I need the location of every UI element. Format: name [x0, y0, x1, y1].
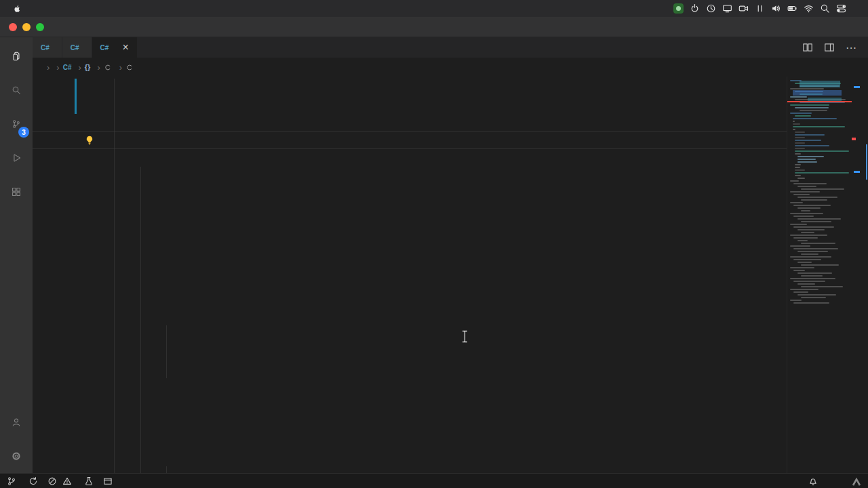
code-row[interactable]	[33, 325, 868, 343]
codelens-row[interactable]	[33, 202, 868, 220]
error-icon	[47, 476, 57, 486]
indent-guide	[114, 184, 115, 202]
vscode-titlebar[interactable]	[0, 17, 868, 37]
editor-gutter	[33, 361, 114, 378]
indent-guide	[114, 466, 115, 473]
wifi-icon[interactable]	[800, 0, 816, 17]
breadcrumb-separator-icon: ›	[47, 62, 50, 73]
green-app-icon[interactable]	[670, 0, 686, 17]
spotlight-icon[interactable]	[816, 0, 833, 17]
code-row[interactable]	[33, 255, 868, 272]
tab-list-cs[interactable]: C#×	[92, 37, 138, 58]
indent-guide	[114, 378, 115, 396]
code-line-content	[114, 220, 868, 237]
indent-guide	[140, 449, 141, 466]
display-icon[interactable]	[719, 0, 735, 17]
code-row[interactable]	[33, 308, 868, 325]
menubar-status-area	[670, 0, 861, 17]
minimize-window-button[interactable]	[22, 23, 31, 31]
status-left	[7, 476, 115, 486]
code-editor[interactable]	[33, 77, 868, 473]
breadcrumb-separator-icon: ›	[97, 62, 100, 73]
indent-guide	[166, 361, 167, 378]
branch-indicator[interactable]	[7, 476, 19, 486]
activity-bar-item-settings[interactable]	[0, 439, 33, 473]
more-actions-icon[interactable]: ⋯	[846, 41, 857, 54]
codelens-row[interactable]	[33, 237, 868, 255]
breadcrumb-item[interactable]: C#	[63, 64, 75, 71]
breadcrumb-separator-icon: ›	[56, 62, 59, 73]
solution-indicator[interactable]	[103, 476, 115, 486]
minimap-line	[787, 302, 852, 304]
editor-layout-icon[interactable]	[824, 42, 835, 53]
code-row[interactable]	[33, 131, 868, 149]
power-icon[interactable]	[686, 0, 703, 17]
indent-guide	[140, 413, 141, 431]
code-row[interactable]	[33, 449, 868, 466]
modified-gutter-indicator	[75, 79, 77, 96]
code-row[interactable]	[33, 184, 868, 202]
code-row[interactable]	[33, 220, 868, 237]
codelens-row[interactable]	[33, 272, 868, 290]
run-debug-icon	[12, 153, 21, 163]
activity-bar-item-source-control[interactable]: 3	[0, 107, 33, 141]
notifications-bell[interactable]	[808, 476, 818, 486]
problems-indicator[interactable]	[47, 476, 75, 486]
code-line-content	[114, 131, 868, 149]
warning-icon	[62, 476, 72, 486]
activity-bar-item-explorer[interactable]	[0, 39, 33, 73]
video-icon[interactable]	[735, 0, 751, 17]
close-window-button[interactable]	[9, 23, 17, 31]
activity-bar-item-accounts[interactable]	[0, 405, 33, 439]
breadcrumb-item[interactable]	[125, 63, 138, 72]
activity-bar-item-extensions[interactable]	[0, 175, 33, 209]
code-row[interactable]	[33, 378, 868, 396]
sync-button[interactable]	[28, 476, 38, 486]
beaker-icon	[84, 476, 94, 486]
code-row[interactable]	[33, 149, 868, 167]
tab-pagingparams-cs[interactable]: C#	[62, 37, 92, 58]
volume-icon[interactable]	[768, 0, 784, 17]
codelens-row[interactable]	[33, 114, 868, 131]
code-row[interactable]	[33, 431, 868, 449]
code-row[interactable]	[33, 466, 868, 473]
pause-icon[interactable]	[751, 0, 768, 17]
code-row[interactable]	[33, 290, 868, 308]
indent-guide	[140, 396, 141, 413]
editor-gutter	[33, 325, 114, 343]
overview-cursor-mark	[866, 144, 867, 180]
code-row[interactable]	[33, 361, 868, 378]
clock-icon[interactable]	[703, 0, 719, 17]
test-beaker-button[interactable]	[84, 476, 94, 486]
breadcrumb-item[interactable]: {}	[85, 63, 94, 71]
battery-icon[interactable]	[784, 0, 800, 17]
codelens-row[interactable]	[33, 167, 868, 184]
activity-bar-item-search[interactable]	[0, 73, 33, 107]
code-row[interactable]	[33, 96, 868, 114]
code-line-content	[114, 184, 868, 202]
minimap-highlight	[800, 81, 840, 87]
control-center-icon[interactable]	[833, 0, 849, 17]
tab-pagedlist-cs[interactable]: C#	[33, 37, 62, 58]
indent-guide	[166, 466, 167, 473]
branch-icon	[7, 476, 16, 486]
code-row[interactable]	[33, 79, 868, 96]
minimap[interactable]	[787, 77, 852, 473]
zoom-window-button[interactable]	[36, 23, 44, 31]
close-tab-icon[interactable]: ×	[122, 42, 128, 53]
split-editor-icon[interactable]	[802, 42, 813, 53]
minimap-error-marker	[787, 101, 852, 102]
breadcrumb-item[interactable]	[104, 63, 116, 72]
activity-bar-item-run-debug[interactable]	[0, 141, 33, 175]
overview-ruler[interactable]	[852, 77, 868, 473]
editor-rows	[33, 77, 868, 473]
code-row[interactable]	[33, 396, 868, 413]
code-line-content	[114, 396, 868, 413]
lightbulb-icon[interactable]	[84, 135, 95, 146]
apple-menu[interactable]	[7, 4, 27, 14]
code-row[interactable]	[33, 343, 868, 361]
breadcrumb: ››C#›{}››	[33, 58, 868, 77]
code-line-content	[114, 96, 868, 114]
codelens-row[interactable]	[33, 413, 868, 431]
indent-guide	[140, 220, 141, 237]
